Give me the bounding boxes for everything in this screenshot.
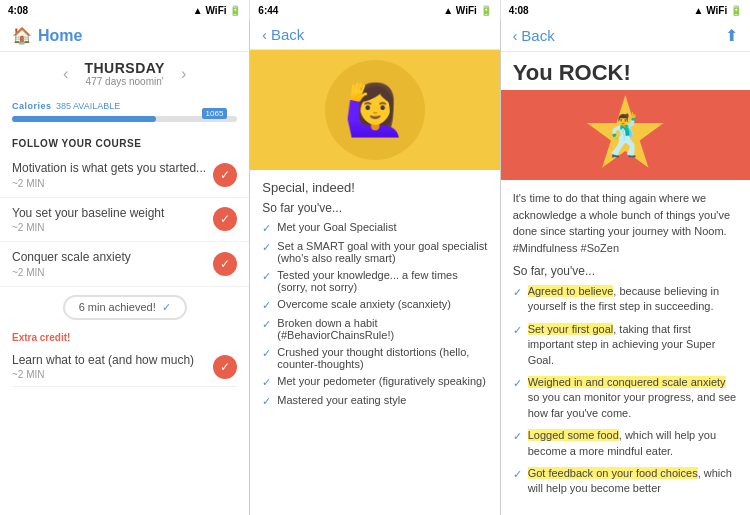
check-icon-2: ✓ (262, 241, 271, 254)
screen-yourock: ‹ Back ⬆ You ROCK! 🕺 It's time to do tha… (501, 20, 750, 515)
yourock-item-5-text: Got feedback on your food choices, which… (528, 466, 738, 497)
course-item-2[interactable]: You set your baseline weight ~2 MIN ✓ (0, 198, 249, 243)
achievement-section: 6 min achieved! ✓ (0, 287, 249, 328)
check-icon-4: ✓ (262, 299, 271, 312)
yourock-item-2-text: Set your first goal, taking that first i… (528, 322, 738, 368)
course-item-2-time: ~2 MIN (12, 222, 213, 233)
status-bar-left: 4:08 ▲ WiFi 🔋 (0, 0, 250, 20)
list-item-3-text: Tested your knowledge... a few times (so… (277, 269, 487, 293)
check-icon-7: ✓ (262, 376, 271, 389)
highlight-1: Agreed to believe (528, 285, 614, 297)
day-navigation: ‹ THURSDAY 477 days noomin' › (0, 52, 249, 91)
calories-section: Calories 385 AVAILABLE 1065 (0, 91, 249, 130)
course-item-1-text: Motivation is what gets you started... ~… (12, 161, 213, 189)
course-item-3[interactable]: Conquer scale anxiety ~2 MIN ✓ (0, 242, 249, 287)
course-item-1-time: ~2 MIN (12, 178, 213, 189)
list-item-5-text: Broken down a habit (#BehaviorChainsRule… (277, 317, 487, 341)
highlight-4: Logged some food (528, 429, 619, 441)
back-nav[interactable]: ‹ Back (513, 27, 555, 44)
follow-course-title: FOLLOW YOUR COURSE (0, 130, 249, 153)
yourock-header: ‹ Back ⬆ (501, 20, 750, 52)
list-item-7: ✓ Met your pedometer (figuratively speak… (262, 375, 487, 389)
checklist-header: ‹ Back (250, 20, 499, 50)
list-item-2: ✓ Set a SMART goal with your goal specia… (262, 240, 487, 264)
check-icon-6: ✓ (262, 347, 271, 360)
back-button[interactable]: Back (271, 26, 304, 43)
calories-progress-fill (12, 116, 156, 122)
home-header: 🏠 Home (0, 20, 249, 52)
check-icon-r5: ✓ (513, 467, 522, 482)
extra-credit-label: Extra credit! (12, 332, 237, 343)
extra-item-check: ✓ (213, 355, 237, 379)
yourock-item-2: ✓ Set your first goal, taking that first… (513, 322, 738, 368)
list-item-6: ✓ Crushed your thought distortions (hell… (262, 346, 487, 370)
hero-image: 🙋‍♀️ (250, 50, 499, 170)
home-title: Home (38, 27, 82, 45)
extra-credit-section: Extra credit! Learn what to eat (and how… (0, 328, 249, 392)
time-left: 4:08 (8, 5, 28, 16)
course-item-3-text: Conquer scale anxiety ~2 MIN (12, 250, 213, 278)
course-item-1-check: ✓ (213, 163, 237, 187)
status-bar-middle: 6:44 ▲ WiFi 🔋 (250, 0, 500, 20)
home-icon: 🏠 (12, 26, 32, 45)
course-item-2-title: You set your baseline weight (12, 206, 213, 222)
list-item-8-text: Mastered your eating style (277, 394, 406, 406)
list-item-3: ✓ Tested your knowledge... a few times (… (262, 269, 487, 293)
course-item-3-time: ~2 MIN (12, 267, 213, 278)
screen-home: 🏠 Home ‹ THURSDAY 477 days noomin' › Cal… (0, 20, 250, 515)
prev-day-button[interactable]: ‹ (63, 65, 68, 83)
check-icon-r2: ✓ (513, 323, 522, 338)
yourock-hero: 🕺 (501, 90, 750, 180)
calories-marker: 1065 (202, 108, 228, 119)
time-right: 4:08 (509, 5, 529, 16)
calories-available: 385 AVAILABLE (56, 101, 120, 111)
days-counter: 477 days noomin' (84, 76, 165, 87)
sofar-text: So far you've... (262, 201, 487, 215)
checklist-body: Special, indeed! So far you've... ✓ Met … (250, 170, 499, 515)
yourock-item-1: ✓ Agreed to believe, because believing i… (513, 284, 738, 315)
yourock-item-3: ✓ Weighed in and conquered scale anxiety… (513, 375, 738, 421)
yourock-intro: It's time to do that thing again where w… (513, 190, 738, 256)
yourock-sofar: So far, you've... (513, 264, 738, 278)
course-item-2-text: You set your baseline weight ~2 MIN (12, 206, 213, 234)
list-item-6-text: Crushed your thought distortions (hello,… (277, 346, 487, 370)
achievement-badge: 6 min achieved! ✓ (63, 295, 187, 320)
yourock-item-5: ✓ Got feedback on your food choices, whi… (513, 466, 738, 497)
highlight-2: Set your first goal (528, 323, 614, 335)
highlight-3: Weighed in and conquered scale anxiety (528, 376, 726, 388)
hero-figure-icon: 🙋‍♀️ (344, 81, 406, 139)
course-item-1-title: Motivation is what gets you started... (12, 161, 213, 177)
back-button[interactable]: Back (521, 27, 554, 44)
list-item-7-text: Met your pedometer (figuratively speakin… (277, 375, 485, 387)
check-icon-r4: ✓ (513, 429, 522, 444)
list-item-8: ✓ Mastered your eating style (262, 394, 487, 408)
calories-label: Calories (12, 101, 52, 111)
check-icon-8: ✓ (262, 395, 271, 408)
extra-item-title: Learn what to eat (and how much) (12, 353, 213, 369)
achievement-text: 6 min achieved! (79, 301, 156, 313)
list-item-2-text: Set a SMART goal with your goal speciali… (277, 240, 487, 264)
screen-checklist: ‹ Back 🙋‍♀️ Special, indeed! So far you'… (250, 20, 500, 515)
list-item-1-text: Met your Goal Specialist (277, 221, 396, 233)
time-middle: 6:44 (258, 5, 278, 16)
day-name: THURSDAY (84, 60, 165, 76)
yourock-body: It's time to do that thing again where w… (501, 180, 750, 515)
special-text: Special, indeed! (262, 180, 487, 195)
list-item-4: ✓ Overcome scale anxiety (scanxiety) (262, 298, 487, 312)
check-icon-3: ✓ (262, 270, 271, 283)
day-info: THURSDAY 477 days noomin' (84, 60, 165, 87)
share-icon[interactable]: ⬆ (725, 26, 738, 45)
extra-item-text: Learn what to eat (and how much) ~2 MIN (12, 353, 213, 381)
check-icon-r1: ✓ (513, 285, 522, 300)
course-item-1[interactable]: Motivation is what gets you started... ~… (0, 153, 249, 198)
extra-item-time: ~2 MIN (12, 369, 213, 380)
check-icon-r3: ✓ (513, 376, 522, 391)
back-chevron-icon: ‹ (513, 28, 518, 44)
course-item-3-title: Conquer scale anxiety (12, 250, 213, 266)
extra-item[interactable]: Learn what to eat (and how much) ~2 MIN … (12, 347, 237, 388)
achievement-check-icon: ✓ (162, 301, 171, 314)
course-item-2-check: ✓ (213, 207, 237, 231)
next-day-button[interactable]: › (181, 65, 186, 83)
yourock-item-4: ✓ Logged some food, which will help you … (513, 428, 738, 459)
list-item-5: ✓ Broken down a habit (#BehaviorChainsRu… (262, 317, 487, 341)
